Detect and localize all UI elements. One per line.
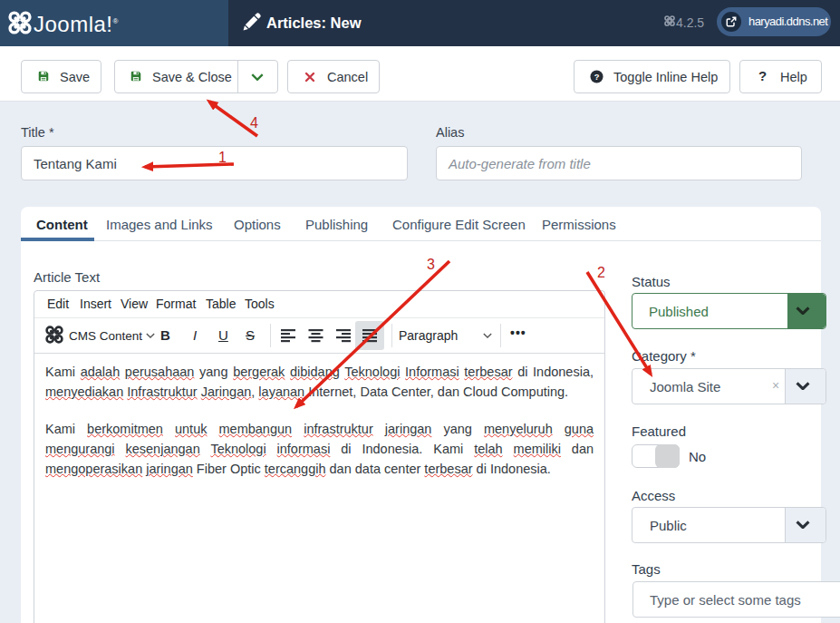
svg-text:4: 4 xyxy=(250,115,258,131)
svg-text:1: 1 xyxy=(218,150,227,165)
svg-text:3: 3 xyxy=(427,257,435,272)
svg-text:2: 2 xyxy=(597,265,605,280)
